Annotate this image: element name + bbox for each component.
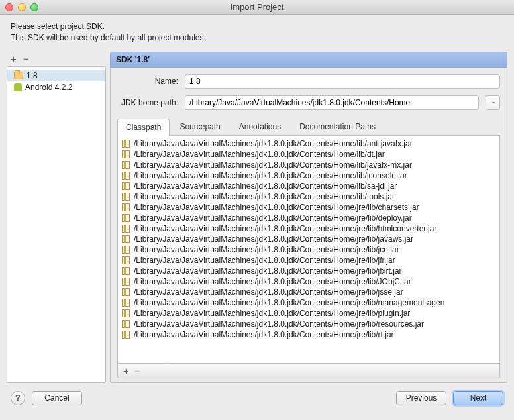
classpath-item[interactable]: /Library/Java/JavaVirtualMachines/jdk1.8… [119,308,498,319]
classpath-item[interactable]: /Library/Java/JavaVirtualMachines/jdk1.8… [119,329,498,340]
jar-icon [122,278,130,286]
name-field-row: Name: [117,74,500,89]
classpath-item[interactable]: /Library/Java/JavaVirtualMachines/jdk1.8… [119,297,498,308]
classpath-item[interactable]: /Library/Java/JavaVirtualMachines/jdk1.8… [119,276,498,287]
classpath-path: /Library/Java/JavaVirtualMachines/jdk1.8… [134,224,437,233]
classpath-path: /Library/Java/JavaVirtualMachines/jdk1.8… [134,266,402,276]
classpath-item[interactable]: /Library/Java/JavaVirtualMachines/jdk1.8… [119,287,498,297]
sdk-tree-item-label: 1.8 [26,71,38,80]
sdk-tree-item[interactable]: Android 4.2.2 [7,81,105,93]
sdk-tree-item-label: Android 4.2.2 [25,83,72,92]
jar-icon [122,256,130,264]
classpath-item[interactable]: /Library/Java/JavaVirtualMachines/jdk1.8… [119,202,498,213]
content-area: + − 1.8Android 4.2.2 SDK '1.8' Name: JDK… [0,52,514,383]
android-icon [14,83,22,91]
classpath-path: /Library/Java/JavaVirtualMachines/jdk1.8… [134,277,411,286]
header-line2: This SDK will be used by default by all … [11,32,503,44]
sdk-detail-panel: SDK '1.8' Name: JDK home path: ··· Class… [110,52,507,383]
classpath-path: /Library/Java/JavaVirtualMachines/jdk1.8… [134,171,407,180]
classpath-toolbar: + − [117,364,500,378]
home-path-input[interactable] [185,95,479,110]
classpath-path: /Library/Java/JavaVirtualMachines/jdk1.8… [134,245,399,254]
classpath-path: /Library/Java/JavaVirtualMachines/jdk1.8… [134,319,424,329]
jar-icon [122,299,130,307]
classpath-item[interactable]: /Library/Java/JavaVirtualMachines/jdk1.8… [119,244,498,255]
tab-classpath[interactable]: Classpath [117,119,170,136]
jar-icon [122,182,130,190]
classpath-path: /Library/Java/JavaVirtualMachines/jdk1.8… [134,182,397,191]
classpath-item[interactable]: /Library/Java/JavaVirtualMachines/jdk1.8… [119,223,498,234]
jar-icon [122,150,130,158]
maximize-button[interactable] [30,3,38,11]
help-button[interactable]: ? [11,391,25,405]
tab-bar: ClasspathSourcepathAnnotationsDocumentat… [117,118,500,136]
header-line1: Please select project SDK. [11,21,503,32]
classpath-path: /Library/Java/JavaVirtualMachines/jdk1.8… [134,309,410,318]
browse-button[interactable]: ··· [486,95,500,110]
classpath-item[interactable]: /Library/Java/JavaVirtualMachines/jdk1.8… [119,213,498,223]
classpath-item[interactable]: /Library/Java/JavaVirtualMachines/jdk1.8… [119,319,498,329]
next-button[interactable]: Next [453,391,503,405]
titlebar: Import Project [0,0,514,15]
classpath-path: /Library/Java/JavaVirtualMachines/jdk1.8… [134,256,395,265]
classpath-item[interactable]: /Library/Java/JavaVirtualMachines/jdk1.8… [119,255,498,266]
jar-icon [122,225,130,233]
jar-icon [122,235,130,243]
classpath-item[interactable]: /Library/Java/JavaVirtualMachines/jdk1.8… [119,266,498,276]
jar-icon [122,246,130,254]
window-title: Import Project [0,2,514,12]
classpath-list[interactable]: /Library/Java/JavaVirtualMachines/jdk1.8… [117,136,500,364]
classpath-path: /Library/Java/JavaVirtualMachines/jdk1.8… [134,330,394,339]
sdk-list-toolbar: + − [7,52,106,66]
classpath-path: /Library/Java/JavaVirtualMachines/jdk1.8… [134,150,385,159]
window-controls [5,3,38,11]
minimize-button[interactable] [18,3,26,11]
jar-icon [122,214,130,222]
sdk-list-panel: + − 1.8Android 4.2.2 [7,52,106,383]
sdk-tree[interactable]: 1.8Android 4.2.2 [7,66,106,383]
home-path-label: JDK home path: [117,98,178,107]
classpath-item[interactable]: /Library/Java/JavaVirtualMachines/jdk1.8… [119,160,498,170]
classpath-item[interactable]: /Library/Java/JavaVirtualMachines/jdk1.8… [119,234,498,244]
classpath-item[interactable]: /Library/Java/JavaVirtualMachines/jdk1.8… [119,191,498,202]
folder-icon [14,72,23,79]
add-sdk-button[interactable]: + [11,53,17,64]
header-text: Please select project SDK. This SDK will… [0,15,514,52]
cancel-button[interactable]: Cancel [32,391,82,405]
sdk-header: SDK '1.8' [110,52,507,68]
jar-icon [122,140,130,148]
tab-sourcepath[interactable]: Sourcepath [171,118,229,135]
classpath-path: /Library/Java/JavaVirtualMachines/jdk1.8… [134,203,419,212]
remove-classpath-button: − [134,365,140,376]
classpath-item[interactable]: /Library/Java/JavaVirtualMachines/jdk1.8… [119,181,498,191]
classpath-path: /Library/Java/JavaVirtualMachines/jdk1.8… [134,160,412,170]
jar-icon [122,320,130,328]
name-label: Name: [117,77,178,86]
close-button[interactable] [5,3,13,11]
jar-icon [122,309,130,317]
classpath-path: /Library/Java/JavaVirtualMachines/jdk1.8… [134,139,413,148]
classpath-path: /Library/Java/JavaVirtualMachines/jdk1.8… [134,235,413,244]
classpath-item[interactable]: /Library/Java/JavaVirtualMachines/jdk1.8… [119,170,498,181]
footer: ? Cancel Previous Next [0,383,514,413]
home-path-row: JDK home path: ··· [117,95,500,110]
jar-icon [122,203,130,211]
tab-annotations[interactable]: Annotations [231,118,289,135]
jar-icon [122,193,130,201]
classpath-item[interactable]: /Library/Java/JavaVirtualMachines/jdk1.8… [119,138,498,149]
jar-icon [122,267,130,275]
name-input[interactable] [185,74,500,89]
jar-icon [122,172,130,180]
remove-sdk-button[interactable]: − [23,53,29,64]
jar-icon [122,331,130,339]
previous-button[interactable]: Previous [396,391,446,405]
jar-icon [122,161,130,169]
sdk-tree-item[interactable]: 1.8 [7,70,105,81]
classpath-path: /Library/Java/JavaVirtualMachines/jdk1.8… [134,192,395,201]
classpath-item[interactable]: /Library/Java/JavaVirtualMachines/jdk1.8… [119,149,498,160]
jar-icon [122,288,130,296]
classpath-path: /Library/Java/JavaVirtualMachines/jdk1.8… [134,298,444,307]
classpath-path: /Library/Java/JavaVirtualMachines/jdk1.8… [134,288,403,297]
tab-documentation-paths[interactable]: Documentation Paths [291,118,384,135]
add-classpath-button[interactable]: + [123,365,129,376]
